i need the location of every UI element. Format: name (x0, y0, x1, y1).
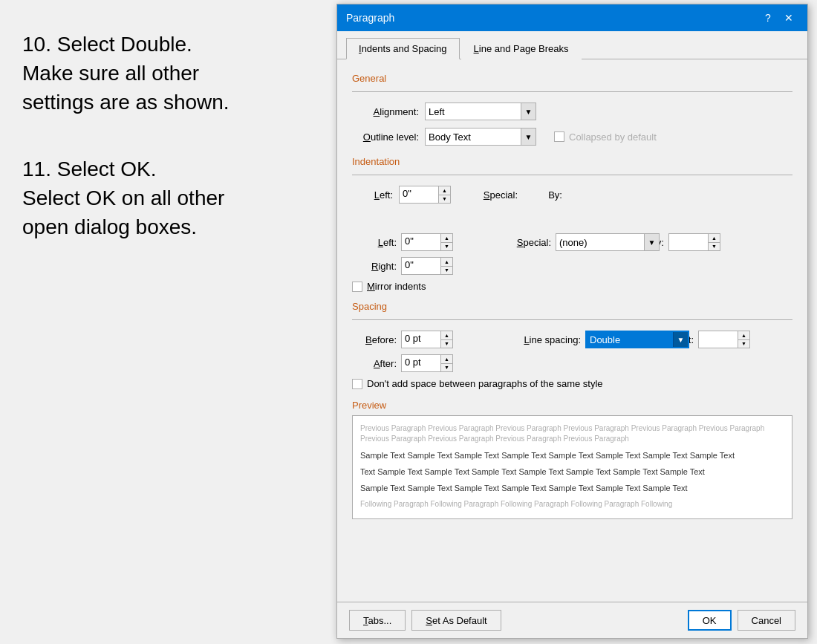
tab-indents-label: Indents and Spacing (359, 43, 447, 54)
dont-add-label: Don't add space between paragraphs of th… (367, 378, 603, 389)
instruction-step11: 11. Select OK.Select OK on all otheropen… (22, 155, 312, 242)
left-indent-input2[interactable]: 0" ▲ ▼ (401, 233, 453, 251)
left-indent-up[interactable]: ▲ (439, 186, 450, 195)
indentation-section-header: Indentation (352, 156, 792, 167)
alignment-row: Alignment: Left ▼ (352, 103, 792, 120)
by-value (669, 234, 708, 250)
before-up[interactable]: ▲ (441, 331, 452, 339)
tabs-button[interactable]: Tabs... (349, 610, 406, 631)
outline-row: Outline level: Body Text ▼ Collapsed by … (352, 128, 792, 146)
by-down[interactable]: ▼ (709, 242, 720, 251)
preview-following-text: Following Paragraph Following Paragraph … (360, 499, 784, 510)
by-label: By: (540, 189, 562, 201)
outline-value: Body Text (429, 131, 521, 143)
right-value: 0" (402, 258, 440, 274)
preview-previous-text: Previous Paragraph Previous Paragraph Pr… (360, 423, 784, 444)
step10-number: 10. (22, 33, 51, 56)
special-label: Special: (473, 189, 518, 201)
mirror-row: Mirror indents (352, 281, 792, 292)
spacing-divider (352, 319, 792, 320)
form-area: General Alignment: Left ▼ Outline level:… (337, 59, 807, 602)
outline-arrow: ▼ (521, 129, 536, 145)
step11-number: 11. (22, 157, 51, 180)
right-label: Right: (352, 261, 397, 272)
instruction-step10: 10. Select Double.Make sure all otherset… (22, 30, 312, 117)
at-value (699, 331, 738, 348)
alignment-arrow: ▼ (521, 103, 536, 120)
mirror-label: Mirror indents (367, 281, 426, 292)
left-indent-down[interactable]: ▼ (439, 195, 450, 204)
left-down-2[interactable]: ▼ (441, 242, 452, 251)
dialog-title: Paragraph (346, 12, 394, 24)
line-spacing-dropdown[interactable]: Double ▼ (585, 331, 689, 348)
before-label: Before: (352, 334, 397, 345)
outline-dropdown[interactable]: Body Text ▼ (425, 128, 536, 146)
left-label-2: Left: (352, 237, 397, 248)
left-value-2: 0" (402, 234, 440, 250)
paragraph-dialog: Paragraph ? ✕ Indents and Spacing Line a… (336, 4, 808, 639)
tab-line-page-breaks[interactable]: Line and Page Breaks (461, 38, 582, 59)
left-indent-value: 0" (400, 186, 438, 203)
before-down[interactable]: ▼ (441, 339, 452, 348)
left-indent-input[interactable]: 0" ▲ ▼ (399, 186, 451, 204)
by-input[interactable]: ▲ ▼ (668, 233, 720, 251)
at-input[interactable]: ▲ ▼ (698, 331, 750, 348)
special-label-2: Special: (492, 237, 551, 248)
help-button[interactable]: ? (758, 8, 778, 27)
after-up[interactable]: ▲ (441, 355, 452, 363)
preview-section: Preview Previous Paragraph Previous Para… (352, 400, 792, 519)
alignment-value: Left (429, 106, 521, 117)
alignment-label: Alignment: (352, 106, 419, 117)
general-section-header: General (352, 73, 792, 84)
right-up[interactable]: ▲ (441, 258, 452, 266)
dont-add-row: Don't add space between paragraphs of th… (352, 378, 792, 389)
left-up-2[interactable]: ▲ (441, 234, 452, 242)
right-indent-input[interactable]: 0" ▲ ▼ (401, 257, 453, 275)
instruction-area: 10. Select Double.Make sure all otherset… (0, 0, 334, 644)
line-spacing-value: Double (590, 334, 673, 345)
after-value: 0 pt (402, 355, 440, 371)
right-down[interactable]: ▼ (441, 266, 452, 275)
spacing-section-header: Spacing (352, 301, 792, 312)
set-default-button[interactable]: Set As Default (411, 610, 501, 631)
dont-add-checkbox[interactable] (352, 379, 362, 389)
after-input[interactable]: 0 pt ▲ ▼ (401, 354, 453, 372)
dialog-titlebar: Paragraph ? ✕ (337, 4, 807, 31)
preview-sample2: Text Sample Text Sample Text Sample Text… (360, 464, 784, 480)
cancel-button[interactable]: Cancel (738, 610, 795, 631)
after-label: After: (352, 358, 397, 369)
alignment-dropdown[interactable]: Left ▼ (425, 103, 536, 120)
outline-label: Outline level: (352, 131, 419, 143)
tab-indents-spacing[interactable]: Indents and Spacing (346, 38, 460, 59)
line-spacing-label: Line spacing: (499, 334, 581, 345)
dialog-buttons: Tabs... Set As Default OK Cancel (337, 602, 807, 638)
special-dropdown[interactable]: (none) ▼ (556, 233, 660, 251)
preview-sample1: Sample Text Sample Text Sample Text Samp… (360, 447, 784, 464)
mirror-checkbox[interactable] (352, 282, 362, 292)
close-button[interactable]: ✕ (779, 8, 798, 27)
dialog-content: Indents and Spacing Line and Page Breaks… (337, 31, 807, 638)
left-indent-label: Left: (352, 189, 393, 201)
preview-box: Previous Paragraph Previous Paragraph Pr… (352, 415, 792, 519)
after-down[interactable]: ▼ (441, 363, 452, 372)
preview-sample3: Sample Text Sample Text Sample Text Samp… (360, 480, 784, 496)
collapsed-checkbox[interactable] (554, 131, 564, 142)
special-arrow: ▼ (644, 234, 659, 250)
tab-linebreaks-label: Line and Page Breaks (474, 43, 569, 54)
collapsed-label: Collapsed by default (569, 131, 657, 143)
preview-label: Preview (352, 400, 792, 411)
general-divider (352, 91, 792, 92)
at-down[interactable]: ▼ (738, 339, 749, 348)
before-input[interactable]: 0 pt ▲ ▼ (401, 331, 453, 348)
ok-button[interactable]: OK (688, 610, 732, 631)
indentation-divider (352, 175, 792, 175)
before-value: 0 pt (402, 331, 440, 348)
titlebar-controls: ? ✕ (758, 8, 798, 27)
by-up[interactable]: ▲ (709, 234, 720, 242)
special-value: (none) (559, 237, 644, 248)
collapsed-row: Collapsed by default (554, 131, 657, 143)
button-spacer (507, 610, 682, 631)
tab-bar: Indents and Spacing Line and Page Breaks (337, 31, 807, 59)
line-spacing-arrow: ▼ (673, 332, 688, 347)
at-up[interactable]: ▲ (738, 331, 749, 339)
